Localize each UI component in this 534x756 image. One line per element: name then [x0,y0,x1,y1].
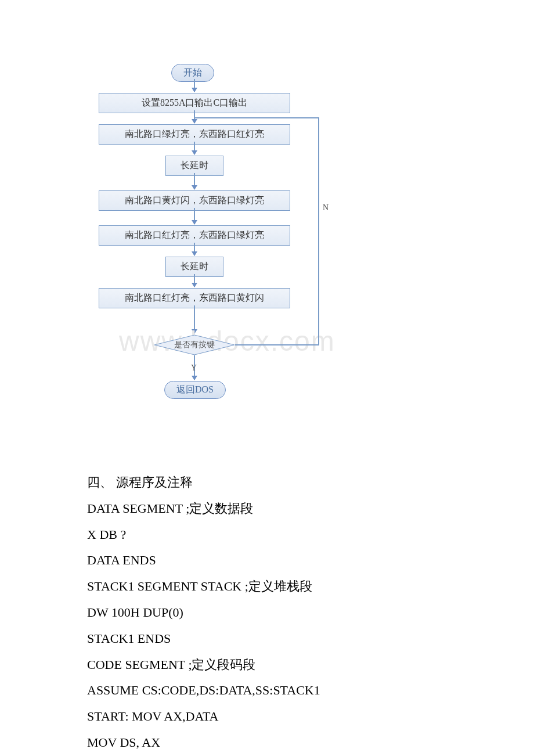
arrow [194,110,195,123]
arrow [194,243,195,255]
end-node: 返回DOS [164,381,226,399]
code-line: START: MOV AX,DATA [87,704,534,729]
code-line: DW 100H DUP(0) [87,600,534,625]
arrow [194,173,195,189]
arrow [194,274,195,287]
feedback-line [235,344,319,345]
feedback-line [318,117,319,345]
code-line: MOV DS, AX [87,730,534,755]
code-line: DATA SEGMENT ;定义数据段 [87,496,534,521]
start-node: 开始 [171,64,214,82]
section-heading: 四、 源程序及注释 [87,470,534,495]
decision-text: 是否有按键 [174,340,215,350]
feedback-line [195,117,319,118]
arrow [194,142,195,154]
code-line: STACK1 SEGMENT STACK ;定义堆栈段 [87,574,534,599]
code-line: CODE SEGMENT ;定义段码段 [87,653,534,677]
code-line: ASSUME CS:CODE,DS:DATA,SS:STACK1 [87,678,534,703]
flowchart-container: 开始 设置8255A口输出C口输出 南北路口绿灯亮，东西路口红灯亮 长延时 南北… [87,0,435,465]
arrow [194,208,195,224]
code-section: 四、 源程序及注释 DATA SEGMENT ;定义数据段 X DB ? DAT… [0,465,534,755]
arrow [194,79,195,92]
decision-keypress: 是否有按键 [154,334,235,355]
label-no: N [323,203,329,213]
label-yes: Y [191,363,197,373]
code-line: DATA ENDS [87,548,534,573]
code-line: X DB ? [87,523,534,547]
code-line: STACK1 ENDS [87,627,534,651]
